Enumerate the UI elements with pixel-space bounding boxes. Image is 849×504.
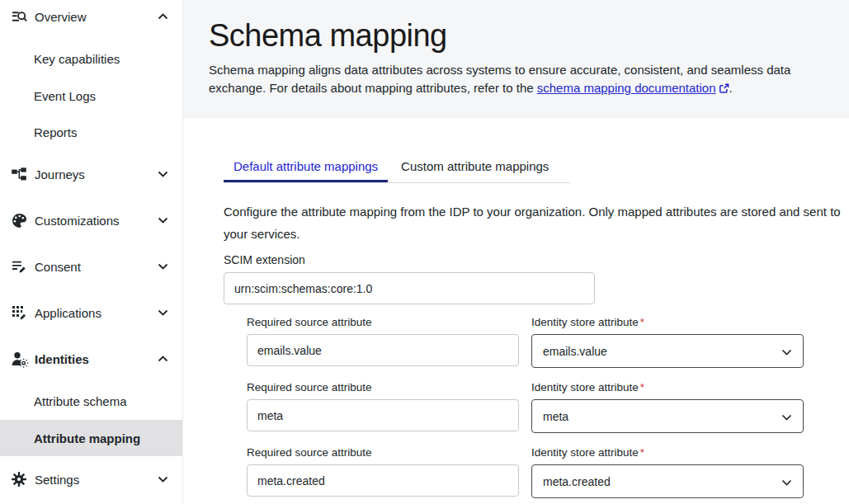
chevron-down-icon — [158, 171, 168, 177]
chevron-down-icon — [158, 476, 168, 483]
sidebar-item-attribute-schema[interactable]: Attribute schema — [0, 383, 182, 419]
mapping-row: Required source attribute Identity store… — [247, 316, 849, 368]
tab-panel-description: Configure the attribute mapping from the… — [224, 200, 847, 245]
source-attribute-input[interactable] — [247, 334, 519, 366]
schema-mapping-panel: Default attribute mappings Custom attrib… — [183, 118, 849, 498]
sidebar-item-label: Journeys — [35, 167, 85, 181]
identity-store-attribute-select[interactable]: meta.created — [531, 464, 804, 498]
mapping-row: Required source attribute Identity store… — [247, 381, 849, 433]
identity-store-attribute-select[interactable]: meta — [531, 399, 804, 433]
sidebar-item-attribute-mapping[interactable]: Attribute mapping — [0, 420, 182, 456]
page-title: Schema mapping — [209, 18, 816, 54]
page-description: Schema mapping aligns data attributes ac… — [209, 61, 815, 99]
scim-extension-input[interactable] — [224, 272, 595, 304]
sidebar-item-label: Key capabilities — [34, 52, 120, 66]
chevron-down-icon — [781, 410, 792, 423]
source-attribute-input[interactable] — [247, 464, 519, 497]
consent-edit-icon — [10, 257, 28, 276]
sidebar-item-label: Attribute mapping — [34, 431, 140, 445]
tab-bar: Default attribute mappings Custom attrib… — [224, 155, 570, 183]
sidebar-item-label: Event Logs — [34, 89, 96, 103]
required-asterisk: * — [640, 316, 644, 328]
chevron-down-icon — [158, 309, 168, 316]
sidebar-item-event-logs[interactable]: Event Logs — [0, 78, 182, 114]
sidebar-item-label: Customizations — [35, 214, 120, 228]
required-source-attribute-label: Required source attribute — [247, 381, 519, 395]
overview-search-icon — [10, 7, 28, 26]
label-text: Identity store attribute — [531, 381, 639, 393]
sidebar-item-label: Overview — [35, 10, 87, 24]
app-window: Overview Key capabilities Event Logs Rep… — [0, 0, 849, 504]
chevron-down-icon — [781, 345, 792, 358]
main-content: Schema mapping Schema mapping aligns dat… — [183, 0, 849, 504]
external-link-icon — [719, 81, 729, 99]
source-attribute-input[interactable] — [247, 399, 519, 431]
select-value: emails.value — [543, 345, 607, 358]
description-period: . — [729, 81, 733, 95]
sidebar-item-applications[interactable]: Applications — [0, 294, 182, 331]
sidebar-item-journeys[interactable]: Journeys — [0, 156, 182, 192]
required-source-attribute-label: Required source attribute — [247, 446, 519, 460]
chevron-down-icon — [781, 475, 792, 488]
sidebar-item-identities[interactable]: Identities — [0, 341, 182, 377]
sidebar-item-customizations[interactable]: Customizations — [0, 202, 182, 238]
identity-store-attribute-label: Identity store attribute* — [531, 316, 804, 330]
mapping-rows: Required source attribute Identity store… — [247, 316, 849, 498]
sidebar-item-consent[interactable]: Consent — [0, 248, 182, 285]
gear-icon — [10, 470, 28, 488]
schema-mapping-documentation-link[interactable]: schema mapping documentation — [537, 81, 729, 95]
sidebar-item-key-capabilities[interactable]: Key capabilities — [0, 40, 182, 77]
required-asterisk: * — [640, 381, 644, 393]
sidebar-item-label: Attribute schema — [34, 394, 127, 408]
identity-store-attribute-label: Identity store attribute* — [531, 446, 804, 460]
sidebar: Overview Key capabilities Event Logs Rep… — [0, 0, 183, 504]
required-source-attribute-label: Required source attribute — [247, 316, 519, 330]
label-text: Identity store attribute — [531, 316, 639, 328]
journeys-icon — [10, 165, 28, 183]
person-gear-icon — [10, 350, 28, 368]
link-label: schema mapping documentation — [537, 81, 716, 95]
required-asterisk: * — [640, 446, 644, 459]
tab-custom-attribute-mappings[interactable]: Custom attribute mappings — [391, 155, 559, 182]
identity-store-attribute-label: Identity store attribute* — [531, 381, 804, 395]
tab-default-attribute-mappings[interactable]: Default attribute mappings — [224, 155, 388, 182]
chevron-up-icon — [158, 13, 168, 20]
sidebar-item-label: Applications — [35, 306, 101, 320]
sidebar-item-label: Consent — [35, 260, 81, 274]
palette-icon — [10, 211, 28, 229]
sidebar-item-overview[interactable]: Overview — [0, 0, 182, 35]
scim-extension-label: SCIM extension — [224, 253, 849, 266]
sidebar-item-label: Settings — [35, 473, 79, 487]
sidebar-item-reports[interactable]: Reports — [0, 114, 182, 150]
identity-store-attribute-select[interactable]: emails.value — [531, 334, 804, 368]
applications-edit-icon — [10, 304, 28, 322]
chevron-up-icon — [158, 356, 168, 362]
sidebar-item-label: Identities — [35, 352, 89, 366]
select-value: meta — [543, 410, 568, 423]
page-header: Schema mapping Schema mapping aligns dat… — [183, 0, 849, 118]
chevron-down-icon — [158, 263, 168, 270]
label-text: Identity store attribute — [531, 446, 639, 459]
select-value: meta.created — [543, 475, 611, 488]
mapping-row: Required source attribute Identity store… — [247, 446, 849, 498]
sidebar-item-settings[interactable]: Settings — [0, 461, 182, 497]
chevron-down-icon — [158, 217, 168, 224]
sidebar-item-label: Reports — [34, 125, 78, 139]
